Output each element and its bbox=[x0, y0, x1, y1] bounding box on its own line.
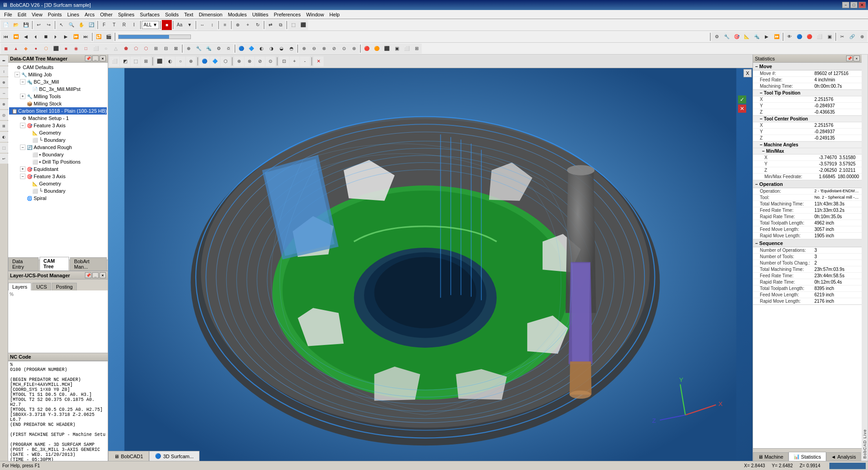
tb3-shape6[interactable]: ⬛ bbox=[51, 44, 61, 54]
tb3-cam3[interactable]: 🔩 bbox=[204, 44, 214, 54]
tb2-play-fwd-step[interactable]: ⏵ bbox=[51, 32, 61, 42]
tb-select[interactable]: ↖ bbox=[56, 20, 66, 30]
left-strip-btn-7[interactable]: ⊞ bbox=[0, 121, 9, 131]
tree-item-2[interactable]: −🔩BC_3x_Mill bbox=[9, 78, 107, 85]
menu-arcs[interactable]: Arcs bbox=[82, 11, 97, 18]
tb-new[interactable]: 📄 bbox=[1, 20, 11, 30]
tb-zoom[interactable]: 🔍 bbox=[66, 20, 76, 30]
tb3-op1[interactable]: ⊕ bbox=[299, 44, 309, 54]
vp-op3[interactable]: ⊘ bbox=[255, 56, 265, 66]
tb2-op1[interactable]: ✂ bbox=[837, 32, 847, 42]
tb3-shape8[interactable]: ◉ bbox=[71, 44, 81, 54]
tool-center-header[interactable]: − Tool Center Position bbox=[753, 116, 862, 122]
tree-item-0[interactable]: ⚙CAM Defaults bbox=[9, 64, 107, 71]
tb2-cam7[interactable]: ⏩ bbox=[772, 32, 782, 42]
min-max-header[interactable]: − Min/Max bbox=[753, 148, 862, 155]
tree-item-11[interactable]: −🔄Advanced Rough bbox=[9, 144, 107, 151]
left-strip-btn-10[interactable]: ↩ bbox=[0, 154, 9, 164]
close-button[interactable]: ✕ bbox=[858, 2, 866, 8]
viewport-cancel-btn[interactable]: ✕ bbox=[738, 105, 746, 113]
left-strip-btn-4[interactable]: ↔ bbox=[0, 88, 9, 98]
tb-font-arrow[interactable]: ▼ bbox=[185, 20, 195, 30]
tb3-surf3[interactable]: ◐ bbox=[256, 44, 266, 54]
tree-item-14[interactable]: +🎯Equidistant bbox=[9, 165, 107, 173]
tab-bobart[interactable]: BobArt Man... bbox=[70, 257, 107, 270]
tb-refresh[interactable]: ↻ bbox=[253, 20, 263, 30]
menu-dimension[interactable]: Dimension bbox=[196, 11, 225, 18]
sequence-header[interactable]: − Sequence bbox=[753, 240, 862, 247]
layer-close[interactable]: × bbox=[100, 272, 106, 278]
tree-toggle-2[interactable]: − bbox=[20, 79, 25, 85]
tree-item-9[interactable]: 📐Geometry bbox=[9, 129, 107, 136]
tb-wire[interactable]: ⬚ bbox=[288, 20, 298, 30]
tb-color[interactable]: ■ bbox=[162, 20, 172, 30]
tab-data-entry[interactable]: Data Entry bbox=[8, 257, 39, 270]
tb2-vis1[interactable]: 👁 bbox=[784, 32, 794, 42]
cam-tree-pin[interactable]: 📌 bbox=[85, 55, 91, 61]
tb2-vis4[interactable]: ⬜ bbox=[814, 32, 824, 42]
viewport-tab-3d[interactable]: 🔵 3D Surfcam... bbox=[149, 451, 200, 461]
tb3-extra3[interactable]: ⬛ bbox=[382, 44, 392, 54]
stats-tab-statistics[interactable]: 📊 Statistics bbox=[788, 452, 826, 461]
gcode-panel[interactable]: %O100 (PROGRAM NUMBER) (BEGIN PREDATOR N… bbox=[8, 361, 108, 461]
tb3-cam4[interactable]: ⚙ bbox=[214, 44, 224, 54]
left-strip-btn-1[interactable]: ⬅ bbox=[0, 55, 9, 65]
tb2-play-back-step[interactable]: ⏴ bbox=[31, 32, 41, 42]
tree-toggle-14[interactable]: + bbox=[20, 166, 25, 172]
tb3-shape7[interactable]: ■ bbox=[61, 44, 71, 54]
vp-shade2[interactable]: ◐ bbox=[165, 56, 175, 66]
tab-posting[interactable]: Posting bbox=[52, 283, 77, 290]
vp-view2[interactable]: 🔷 bbox=[210, 56, 220, 66]
left-strip-btn-2[interactable]: ↕ bbox=[0, 66, 9, 76]
left-strip-btn-8[interactable]: ◐ bbox=[0, 132, 9, 142]
menu-file[interactable]: File bbox=[1, 11, 15, 18]
menu-surfaces[interactable]: Surfaces bbox=[137, 11, 162, 18]
vp-shade1[interactable]: ⬛ bbox=[155, 56, 165, 66]
tree-item-18[interactable]: 🌀Spiral bbox=[9, 195, 107, 202]
tb-view-right[interactable]: R bbox=[119, 20, 129, 30]
tb3-cam5[interactable]: ⛭ bbox=[224, 44, 234, 54]
tree-item-1[interactable]: −🔧Milling Job bbox=[9, 71, 107, 78]
tb3-surf6[interactable]: ◓ bbox=[286, 44, 296, 54]
tb3-op6[interactable]: ⊛ bbox=[349, 44, 359, 54]
tb-redo[interactable]: ↪ bbox=[44, 20, 54, 30]
operation-header[interactable]: − Operation bbox=[753, 180, 862, 188]
tree-item-13[interactable]: ⬜• Drill Tip Positions bbox=[9, 158, 107, 165]
vp-shade3[interactable]: ○ bbox=[175, 56, 185, 66]
tb3-extra5[interactable]: ⬜ bbox=[402, 44, 412, 54]
cam-tree-close[interactable]: × bbox=[100, 55, 106, 61]
tb3-shape9[interactable]: □ bbox=[81, 44, 91, 54]
tb2-play-back[interactable]: ◀ bbox=[21, 32, 31, 42]
tb2-vis2[interactable]: 🔵 bbox=[794, 32, 804, 42]
tb2-stop[interactable]: ⏹ bbox=[41, 32, 51, 42]
maximize-button[interactable]: □ bbox=[850, 2, 858, 8]
tb-rotate[interactable]: 🔄 bbox=[86, 20, 96, 30]
tb3-shape14[interactable]: ⬠ bbox=[131, 44, 141, 54]
menu-window[interactable]: Window bbox=[304, 11, 327, 18]
tree-item-6[interactable]: 📋Carbon Steel 1018 - Plain (100-125 HB) bbox=[9, 107, 107, 115]
vp-view1[interactable]: 🔵 bbox=[200, 56, 210, 66]
tree-item-15[interactable]: −🎯Feature 3 Axis bbox=[9, 173, 107, 180]
tb3-op3[interactable]: ⊗ bbox=[319, 44, 329, 54]
layer-minimize[interactable]: _ bbox=[92, 272, 99, 278]
viewport-confirm-btn[interactable]: ✓ bbox=[738, 95, 746, 104]
tb-move[interactable]: ⇄ bbox=[265, 20, 275, 30]
tb-view-iso[interactable]: I bbox=[129, 20, 139, 30]
tree-toggle-4[interactable]: + bbox=[20, 94, 25, 99]
tb3-extra2[interactable]: 🟠 bbox=[372, 44, 382, 54]
stats-tab-machine[interactable]: 🖥 Machine bbox=[753, 452, 788, 461]
tb3-shape13[interactable]: ⬟ bbox=[121, 44, 131, 54]
menu-text[interactable]: Text bbox=[181, 11, 196, 18]
menu-utilities[interactable]: Utilities bbox=[249, 11, 271, 18]
tree-item-10[interactable]: ⬜└ Boundary bbox=[9, 136, 107, 144]
tb-open[interactable]: 📂 bbox=[11, 20, 21, 30]
tb3-cam1[interactable]: ⊕ bbox=[184, 44, 194, 54]
tree-item-12[interactable]: ⬜• Boundary bbox=[9, 151, 107, 158]
tool-tip-header[interactable]: − Tool Tip Position bbox=[753, 90, 862, 96]
menu-preferences[interactable]: Preferences bbox=[271, 11, 303, 18]
layer-pin[interactable]: 📌 bbox=[85, 272, 91, 278]
tb2-play-start[interactable]: ⏮ bbox=[1, 32, 11, 42]
minimize-button[interactable]: − bbox=[842, 2, 849, 8]
tb-save[interactable]: 💾 bbox=[21, 20, 31, 30]
cam-tree-minimize[interactable]: _ bbox=[92, 55, 99, 61]
